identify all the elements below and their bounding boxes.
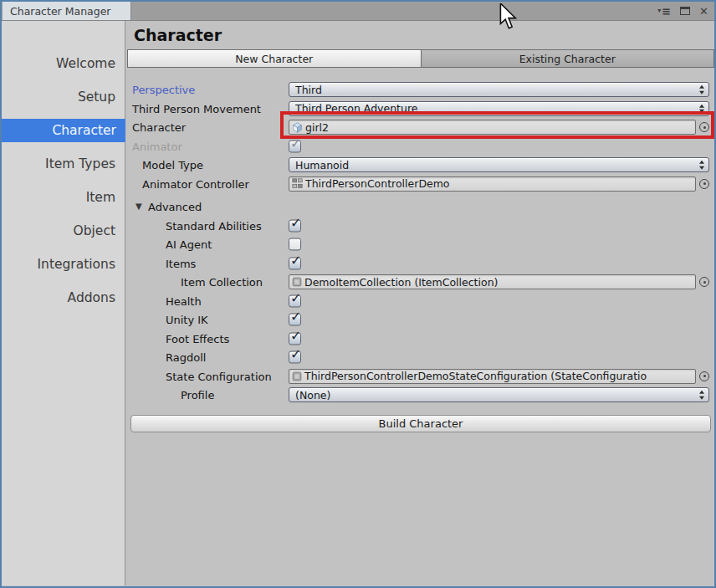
menu-lines-icon: ≡ [662,6,671,17]
state-configuration-label: State Configuration [166,370,272,382]
menu-caret-icon: ▾ [657,8,661,14]
items-checkbox[interactable]: ✓ [289,257,301,269]
character-manager-window: Character Manager ▾≡ ✕ Welcome Setup Cha… [0,0,716,588]
movement-type-label: Third Person Movement [132,102,261,115]
model-type-dropdown[interactable]: Humanoid [289,157,709,172]
window-controls: ▾≡ ✕ [657,2,708,20]
tab-new-character[interactable]: New Character [128,50,422,67]
row-model-type: Model Type Humanoid [125,156,714,175]
window-tab-character-manager[interactable]: Character Manager [3,2,131,20]
ai-agent-label: AI Agent [166,238,212,251]
sidebar-item-item-types[interactable]: Item Types [2,152,125,176]
standard-abilities-label: Standard Abilities [166,219,262,232]
item-collection-value: DemoItemCollection (ItemCollection) [304,276,498,289]
model-type-value: Humanoid [295,159,349,171]
animator-checkbox[interactable]: ✓ [289,140,301,152]
unity-ik-checkbox[interactable]: ✓ [289,314,301,326]
object-picker-icon[interactable] [699,122,709,132]
animator-label: Animator [132,140,182,152]
character-form: Perspective Third Third Person Movement … [125,80,714,405]
titlebar: Character Manager ▾≡ ✕ [2,2,714,21]
window-menu-icon[interactable]: ▾≡ [657,6,671,17]
row-advanced: ▼ Advanced [125,197,714,217]
perspective-dropdown[interactable]: Third [289,82,709,97]
checkmark-icon: ✓ [290,329,301,342]
row-animator-controller: Animator Controller Th [125,175,714,194]
build-character-button[interactable]: Build Character [130,415,711,432]
movement-type-value: Third Person Adventure [295,102,418,115]
row-unity-ik: Unity IK ✓ [125,310,714,330]
checkmark-icon: ✓ [290,348,301,361]
checkmark-icon: ✓ [290,253,301,267]
state-configuration-value: ThirdPersonControllerDemoStateConfigurat… [304,370,647,382]
character-label: Character [132,121,186,134]
sidebar-item-item[interactable]: Item [2,186,125,209]
checkmark-icon: ✓ [290,291,301,304]
row-item-collection: Item Collection DemoItemCollection (Item… [125,273,714,292]
gameobject-cube-icon [292,122,303,133]
animator-controller-icon [292,178,303,189]
state-configuration-object-field[interactable]: ThirdPersonControllerDemoStateConfigurat… [289,369,696,384]
profile-dropdown[interactable]: (None) [289,387,709,402]
object-picker-icon[interactable] [699,277,709,287]
row-health: Health ✓ [125,292,714,311]
sidebar-item-object[interactable]: Object [2,219,125,243]
row-items: Items ✓ [125,254,714,274]
dropdown-stepper-icon [699,105,704,114]
ragdoll-checkbox[interactable]: ✓ [289,351,301,364]
perspective-value: Third [295,84,322,96]
content-panel: Character New Character Existing Charact… [125,21,714,585]
item-collection-object-field[interactable]: DemoItemCollection (ItemCollection) [289,274,696,289]
item-collection-label: Item Collection [181,276,263,289]
checkmark-icon: ✓ [290,136,301,150]
checkmark-icon: ✓ [290,216,301,229]
unity-ik-label: Unity IK [166,314,208,326]
profile-label: Profile [181,389,214,401]
character-object-field[interactable]: girl2 [289,120,696,135]
standard-abilities-checkbox[interactable]: ✓ [289,219,301,232]
close-icon[interactable]: ✕ [699,6,708,17]
dropdown-stepper-icon [699,85,704,95]
dropdown-stepper-icon [699,161,704,170]
tab-bar: New Character Existing Character [127,49,714,68]
foldout-triangle-icon: ▼ [136,202,142,211]
perspective-label: Perspective [132,84,195,96]
object-picker-icon[interactable] [699,371,709,381]
row-character: Character girl2 [125,118,714,137]
foot-effects-label: Foot Effects [166,332,229,345]
sidebar-item-addons[interactable]: Addons [2,286,125,309]
ai-agent-checkbox[interactable] [289,238,301,251]
movement-type-dropdown[interactable]: Third Person Adventure [289,101,709,116]
row-state-configuration: State Configuration ThirdPersonControlle… [125,367,714,386]
sidebar-item-setup[interactable]: Setup [2,85,125,109]
row-foot-effects: Foot Effects ✓ [125,330,714,349]
checkmark-icon: ✓ [290,310,301,324]
scriptable-object-icon [292,277,302,287]
row-standard-abilities: Standard Abilities ✓ [125,217,714,236]
health-label: Health [166,294,202,307]
items-label: Items [166,257,196,269]
row-profile: Profile (None) [125,386,714,405]
sidebar-item-character[interactable]: Character [2,119,125,142]
animator-controller-object-field[interactable]: ThirdPersonControllerDemo [289,176,696,192]
sidebar-item-welcome[interactable]: Welcome [2,52,125,75]
window-tab-title: Character Manager [10,5,110,18]
row-ragdoll: Ragdoll ✓ [125,348,714,367]
ragdoll-label: Ragdoll [166,351,206,364]
character-object-value: girl2 [305,121,329,134]
model-type-label: Model Type [142,159,203,171]
animator-controller-value: ThirdPersonControllerDemo [305,177,450,190]
page-title: Character [134,25,714,45]
tab-existing-character[interactable]: Existing Character [422,50,714,67]
foot-effects-checkbox[interactable]: ✓ [289,332,301,345]
row-perspective: Perspective Third [125,80,714,100]
health-checkbox[interactable]: ✓ [289,294,301,307]
sidebar: Welcome Setup Character Item Types Item … [2,21,125,585]
object-picker-icon[interactable] [699,179,709,189]
row-animator: Animator ✓ [125,137,714,156]
scriptable-object-icon [292,371,302,381]
advanced-foldout[interactable]: Advanced [148,201,202,213]
maximize-icon[interactable] [680,7,690,15]
sidebar-item-integrations[interactable]: Integrations [2,253,125,276]
dropdown-stepper-icon [699,391,704,400]
